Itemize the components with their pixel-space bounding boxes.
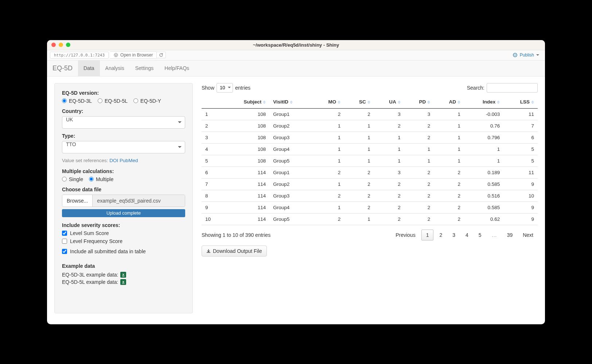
multi-option-single[interactable]: Single	[62, 176, 83, 182]
cell-ua: 1	[374, 132, 404, 143]
col-ad[interactable]: AD	[434, 96, 464, 109]
radio-input[interactable]	[98, 98, 102, 103]
check-lfs[interactable]: Level Frequency Score	[62, 238, 185, 244]
value-set-references: Value set references: DOI PubMed	[62, 158, 185, 163]
page-length-select[interactable]: 10	[217, 83, 233, 93]
col-rownum[interactable]	[202, 96, 222, 109]
cell-pd: 2	[404, 201, 434, 213]
cell-sc: 2	[344, 201, 374, 213]
table-row: 5108Group51111115	[202, 155, 538, 167]
col-lss[interactable]: LSS	[503, 96, 538, 109]
cell-sc: 2	[344, 190, 374, 201]
cell-visitid: Group2	[269, 178, 313, 190]
page-3[interactable]: 3	[448, 230, 460, 240]
table-controls: Show 10 entries Search:	[202, 83, 538, 93]
version-option-eq-5d-y[interactable]: EQ-5D-Y	[133, 98, 161, 104]
refresh-button[interactable]	[157, 52, 166, 58]
check-include-all[interactable]: Include all submitted data in table	[62, 248, 185, 254]
page-1[interactable]: 1	[421, 230, 434, 240]
cell-index: 1	[464, 143, 503, 155]
cell-visitid: Group2	[269, 120, 313, 132]
col-mo[interactable]: MO	[313, 96, 344, 109]
col-ua[interactable]: UA	[374, 96, 404, 109]
radio-input[interactable]	[62, 98, 67, 103]
page-4[interactable]: 4	[461, 230, 473, 240]
radio-input[interactable]	[133, 98, 138, 103]
cell-lss: 11	[503, 108, 538, 120]
country-label: Country:	[62, 108, 185, 114]
cell-visitid: Group5	[269, 155, 313, 167]
check-lss[interactable]: Level Sum Score	[62, 230, 185, 236]
page-5[interactable]: 5	[474, 230, 486, 240]
tab-analysis[interactable]: Analysis	[100, 60, 130, 76]
col-index[interactable]: Index	[464, 96, 503, 109]
cell-pd: 1	[404, 143, 434, 155]
multi-label: Multiple calculations:	[62, 168, 185, 174]
example-5l-row: EQ-5D-5L example data: X	[62, 279, 185, 285]
search-input[interactable]	[487, 83, 538, 93]
radio-input[interactable]	[62, 177, 67, 181]
cell-lss: 11	[503, 167, 538, 178]
cell-ad: 2	[434, 167, 464, 178]
version-option-eq-5d-5l[interactable]: EQ-5D-5L	[98, 98, 128, 104]
cell-mo: 1	[313, 143, 344, 155]
sort-icon	[497, 99, 500, 105]
radio-input[interactable]	[89, 177, 94, 181]
table-row: 6114Group1223220.18911	[202, 167, 538, 178]
type-select[interactable]: TTO	[62, 141, 185, 153]
checkbox-include-all[interactable]	[62, 249, 67, 254]
zoom-icon[interactable]	[66, 43, 70, 47]
radio-label: EQ-5D-5L	[105, 98, 128, 104]
sort-icon	[398, 99, 401, 105]
open-in-browser-button[interactable]: Open in Browser	[110, 51, 157, 59]
multi-option-multiple[interactable]: Multiple	[89, 176, 113, 182]
checkbox-lfs[interactable]	[62, 239, 67, 244]
radio-label: EQ-5D-3L	[69, 98, 92, 104]
table-row: 3108Group3111210.7966	[202, 132, 538, 143]
page-next[interactable]: Next	[518, 230, 538, 240]
svg-point-2	[514, 55, 515, 56]
page-39[interactable]: 39	[503, 230, 517, 240]
cell-ad: 1	[434, 155, 464, 167]
cell-index: 0.76	[464, 120, 503, 132]
cell-ua: 2	[374, 120, 404, 132]
browse-button[interactable]: Browse...	[62, 195, 93, 207]
cell-rownum: 10	[202, 213, 222, 225]
checkbox-lss[interactable]	[62, 231, 67, 236]
col-visitid[interactable]: VisitID	[269, 96, 313, 109]
minimize-icon[interactable]	[59, 43, 63, 47]
doi-link[interactable]: DOI	[109, 158, 118, 163]
multi-radio-group: SingleMultiple	[62, 176, 185, 182]
version-option-eq-5d-3l[interactable]: EQ-5D-3L	[62, 98, 92, 104]
publish-button[interactable]: Publish	[510, 52, 542, 58]
cell-index: 0.516	[464, 190, 503, 201]
col-pd[interactable]: PD	[404, 96, 434, 109]
tab-settings[interactable]: Settings	[130, 60, 159, 76]
cell-rownum: 9	[202, 201, 222, 213]
page-2[interactable]: 2	[435, 230, 447, 240]
col-sc[interactable]: SC	[344, 96, 374, 109]
col-subject[interactable]: Subject	[222, 96, 269, 109]
sort-icon	[457, 99, 460, 105]
cell-mo: 1	[313, 178, 344, 190]
country-select[interactable]: UK	[62, 116, 185, 129]
download-button[interactable]: Download Output File	[202, 246, 267, 257]
cell-sc: 1	[344, 132, 374, 143]
cell-subject: 108	[222, 120, 269, 132]
tab-help-faqs[interactable]: Help/FAQs	[159, 60, 195, 76]
url-field[interactable]: http://127.0.0.1:7243	[50, 52, 109, 59]
chevron-down-icon	[536, 54, 539, 57]
cell-ua: 2	[374, 201, 404, 213]
cell-mo: 1	[313, 132, 344, 143]
excel-icon[interactable]: X	[120, 279, 126, 285]
pubmed-link[interactable]: PubMed	[120, 158, 138, 163]
page-previous[interactable]: Previous	[391, 230, 420, 240]
cell-ad: 1	[434, 108, 464, 120]
table-row: 9114Group4122220.5859	[202, 201, 538, 213]
download-label: Download Output File	[213, 248, 262, 254]
tab-data[interactable]: Data	[78, 60, 100, 76]
cell-ad: 2	[434, 201, 464, 213]
excel-icon[interactable]: X	[120, 272, 126, 278]
cell-ua: 2	[374, 178, 404, 190]
close-icon[interactable]	[51, 43, 56, 47]
